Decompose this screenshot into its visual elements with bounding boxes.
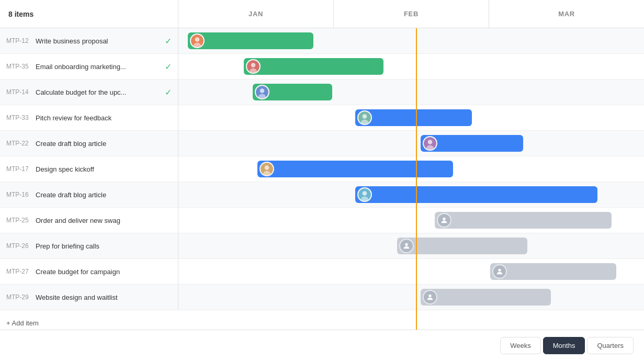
table-row: MTP-26 Prep for briefing calls — [0, 233, 644, 259]
row-left: MTP-14 Calculate budget for the upc... ✓ — [0, 80, 178, 105]
row-id: MTP-33 — [6, 114, 31, 121]
row-id: MTP-12 — [6, 37, 31, 44]
row-title: Calculate budget for the upc... — [36, 88, 161, 96]
row-id: MTP-22 — [6, 140, 31, 147]
add-item-row[interactable]: + Add item — [0, 310, 644, 330]
check-icon: ✓ — [165, 36, 172, 46]
check-icon: ✓ — [165, 62, 172, 72]
gantt-bar[interactable] — [435, 212, 612, 229]
row-left: MTP-16 Create draft blog article — [0, 182, 178, 207]
svg-point-2 — [499, 269, 501, 272]
avatar — [190, 33, 205, 48]
row-left: MTP-12 Write business proposal ✓ — [0, 28, 178, 53]
svg-point-3 — [428, 295, 431, 297]
row-left: MTP-17 Design spec kickoff — [0, 156, 178, 182]
items-count: 8 items — [0, 0, 178, 28]
gantt-bar[interactable] — [253, 84, 332, 100]
header-row: 8 items JAN FEB MAR — [0, 0, 644, 28]
check-icon: ✓ — [165, 87, 172, 97]
avatar — [399, 239, 414, 253]
avatar — [357, 110, 372, 125]
month-mar: MAR — [489, 0, 644, 28]
month-feb: FEB — [334, 0, 489, 28]
avatar — [423, 290, 437, 304]
table-row: MTP-29 Website design and waitlist — [0, 285, 644, 310]
gantt-bar[interactable] — [355, 109, 472, 126]
avatar — [492, 264, 507, 279]
avatar — [423, 136, 437, 151]
table-row: MTP-27 Create budget for campaign — [0, 259, 644, 285]
gantt-bar[interactable] — [490, 263, 616, 280]
months-button[interactable]: Months — [543, 337, 585, 354]
row-title: Pitch review for feedback — [36, 114, 172, 122]
gantt-bar[interactable] — [421, 135, 523, 152]
row-title: Write business proposal — [36, 37, 161, 45]
rows-area: MTP-12 Write business proposal ✓ MTP-35 … — [0, 28, 644, 310]
today-line — [416, 28, 417, 330]
footer: Weeks Months Quarters — [0, 330, 644, 361]
avatar — [259, 162, 274, 176]
rows-container: MTP-12 Write business proposal ✓ MTP-35 … — [0, 28, 644, 330]
table-row: MTP-17 Design spec kickoff — [0, 156, 644, 182]
svg-point-1 — [405, 243, 408, 246]
row-id: MTP-25 — [6, 217, 31, 224]
avatar — [437, 213, 451, 228]
row-title: Create budget for campaign — [36, 268, 172, 276]
row-title: Create draft blog article — [36, 191, 172, 199]
row-id: MTP-26 — [6, 242, 31, 250]
quarters-button[interactable]: Quarters — [587, 337, 634, 354]
table-row: MTP-33 Pitch review for feedback — [0, 105, 644, 131]
gantt-bar[interactable] — [355, 186, 597, 203]
table-row: MTP-16 Create draft blog article — [0, 182, 644, 208]
gantt-bar[interactable] — [244, 58, 383, 75]
app-container: 8 items JAN FEB MAR MTP-12 Write busines… — [0, 0, 644, 361]
row-title: Design spec kickoff — [36, 165, 172, 173]
row-id: MTP-17 — [6, 165, 31, 173]
table-row: MTP-14 Calculate budget for the upc... ✓ — [0, 80, 644, 105]
table-row: MTP-22 Create draft blog article — [0, 131, 644, 156]
svg-point-0 — [443, 218, 445, 220]
table-row: MTP-35 Email onboarding marketing... ✓ — [0, 54, 644, 80]
row-left: MTP-22 Create draft blog article — [0, 131, 178, 156]
row-id: MTP-29 — [6, 294, 31, 301]
body: MTP-12 Write business proposal ✓ MTP-35 … — [0, 28, 644, 330]
avatar — [255, 85, 269, 99]
add-item-button[interactable]: + Add item — [0, 319, 178, 327]
add-icon: + Add item — [6, 319, 39, 327]
row-id: MTP-16 — [6, 191, 31, 198]
row-title: Order and deliver new swag — [36, 217, 172, 224]
row-id: MTP-14 — [6, 88, 31, 96]
table-row: MTP-12 Write business proposal ✓ — [0, 28, 644, 54]
gantt-bar[interactable] — [188, 32, 313, 49]
gantt-bar[interactable] — [257, 161, 453, 177]
row-left: MTP-27 Create budget for campaign — [0, 259, 178, 284]
avatar — [357, 187, 372, 202]
row-title: Email onboarding marketing... — [36, 63, 161, 71]
row-left: MTP-33 Pitch review for feedback — [0, 105, 178, 130]
table-row: MTP-25 Order and deliver new swag — [0, 208, 644, 233]
header-months: JAN FEB MAR — [178, 0, 644, 28]
row-id: MTP-35 — [6, 63, 31, 70]
month-jan: JAN — [178, 0, 334, 28]
row-title: Website design and waitlist — [36, 294, 172, 301]
row-title: Prep for briefing calls — [36, 242, 172, 250]
row-left: MTP-35 Email onboarding marketing... ✓ — [0, 54, 178, 79]
row-title: Create draft blog article — [36, 140, 172, 148]
row-id: MTP-27 — [6, 268, 31, 275]
weeks-button[interactable]: Weeks — [500, 337, 541, 354]
row-left: MTP-25 Order and deliver new swag — [0, 208, 178, 233]
row-left: MTP-26 Prep for briefing calls — [0, 233, 178, 258]
gantt-bar[interactable] — [421, 289, 551, 306]
avatar — [246, 59, 261, 74]
row-left: MTP-29 Website design and waitlist — [0, 285, 178, 310]
